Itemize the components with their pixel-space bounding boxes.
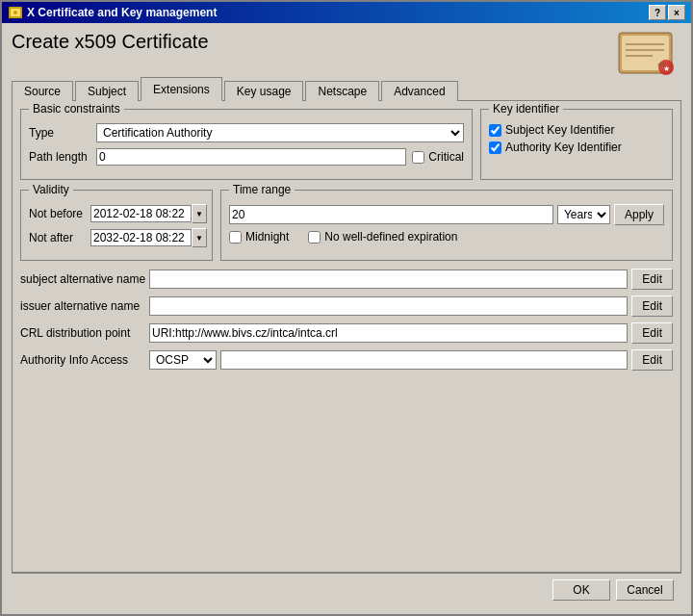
tab-netscape[interactable]: Netscape <box>305 81 379 101</box>
not-before-dropdown-btn[interactable]: ▼ <box>192 204 207 223</box>
cert-decoration: ★ <box>614 31 681 79</box>
svg-point-2 <box>13 11 17 14</box>
subject-alt-name-edit-btn[interactable]: Edit <box>631 269 673 290</box>
not-after-dropdown-btn[interactable]: ▼ <box>192 228 207 247</box>
subject-key-row: Subject Key Identifier <box>489 123 664 137</box>
key-identifier-group: Key identifier Subject Key Identifier Au… <box>480 109 673 180</box>
tab-key-usage[interactable]: Key usage <box>224 81 304 101</box>
time-unit-select[interactable]: YearsMonthsDays <box>557 205 610 224</box>
help-button[interactable]: ? <box>649 5 666 20</box>
not-after-label: Not after <box>29 231 87 244</box>
authority-info-type-select[interactable]: OCSPcaIssuers <box>149 350 217 370</box>
crl-distribution-label: CRL distribution point <box>20 326 145 340</box>
authority-info-label: Authority Info Access <box>20 353 145 367</box>
basic-constraints-title: Basic constraints <box>29 102 124 116</box>
tab-subject[interactable]: Subject <box>75 81 139 101</box>
app-icon <box>8 5 23 20</box>
issuer-alt-name-label: issuer alternative name <box>20 299 145 313</box>
type-select[interactable]: Certification AuthorityEnd Entity <box>96 123 464 142</box>
type-label: Type <box>29 126 96 140</box>
midnight-label: Midnight <box>245 230 289 244</box>
authority-info-edit-btn[interactable]: Edit <box>631 349 673 371</box>
path-length-label: Path length <box>29 150 96 164</box>
no-expiry-check-group: No well-defined expiration <box>308 230 457 244</box>
page-title: Create x509 Certificate <box>12 31 209 53</box>
midnight-check-group: Midnight <box>229 230 289 244</box>
issuer-alt-name-row: issuer alternative name Edit <box>20 295 673 317</box>
not-before-label: Not before <box>29 207 87 220</box>
crl-distribution-edit-btn[interactable]: Edit <box>631 322 673 344</box>
validity-group: Validity Not before ▼ Not after ▼ <box>20 190 213 261</box>
time-range-input-row: YearsMonthsDays Apply <box>229 204 664 225</box>
time-range-title: Time range <box>229 183 295 196</box>
authority-key-checkbox[interactable] <box>489 141 501 154</box>
critical-label: Critical <box>428 150 464 164</box>
validity-title: Validity <box>29 183 73 196</box>
window-title: X Certificate and Key management <box>27 6 217 19</box>
apply-button[interactable]: Apply <box>614 204 664 225</box>
time-options-row: Midnight No well-defined expiration <box>229 230 664 244</box>
subject-alt-name-row: subject alternative name Edit <box>20 269 673 290</box>
crl-distribution-row: CRL distribution point Edit <box>20 322 673 344</box>
not-before-row: Not before ▼ <box>29 204 204 223</box>
subject-key-label: Subject Key Identifier <box>505 123 614 137</box>
authority-key-row: Authority Key Identifier <box>489 141 664 154</box>
content-area: Create x509 Certificate ★ Source <box>2 23 691 614</box>
key-identifier-title: Key identifier <box>489 102 563 116</box>
subject-alt-name-label: subject alternative name <box>20 272 145 286</box>
subject-alt-name-input[interactable] <box>149 270 628 289</box>
path-length-input[interactable] <box>96 148 406 166</box>
authority-key-label: Authority Key Identifier <box>505 141 622 154</box>
tab-advanced[interactable]: Advanced <box>381 81 457 101</box>
not-after-input[interactable] <box>90 229 192 246</box>
not-before-input[interactable] <box>90 205 192 222</box>
crl-distribution-input[interactable] <box>149 323 628 343</box>
ok-button[interactable]: OK <box>552 579 610 601</box>
path-length-row: Path length Critical <box>29 148 464 166</box>
type-row: Type Certification AuthorityEnd Entity <box>29 123 464 142</box>
cancel-button[interactable]: Cancel <box>616 579 674 601</box>
authority-info-row: Authority Info Access OCSPcaIssuers Edit <box>20 349 673 371</box>
tab-source[interactable]: Source <box>12 81 73 101</box>
basic-constraints-group: Basic constraints Type Certification Aut… <box>20 109 473 180</box>
midnight-checkbox[interactable] <box>229 231 242 244</box>
time-range-group: Time range YearsMonthsDays Apply Midnigh… <box>220 190 673 261</box>
not-after-row: Not after ▼ <box>29 228 204 247</box>
subject-key-checkbox[interactable] <box>489 124 501 137</box>
main-window: X Certificate and Key management ? × Cre… <box>0 0 693 616</box>
time-range-value-input[interactable] <box>229 205 553 224</box>
no-expiry-label: No well-defined expiration <box>324 230 457 244</box>
issuer-alt-name-edit-btn[interactable]: Edit <box>631 295 673 317</box>
critical-checkbox[interactable] <box>412 151 424 164</box>
close-button[interactable]: × <box>668 5 685 20</box>
bottom-bar: OK Cancel <box>12 573 681 606</box>
tab-bar: Source Subject Extensions Key usage Nets… <box>12 79 681 101</box>
issuer-alt-name-input[interactable] <box>149 296 628 316</box>
extra-fields-section: subject alternative name Edit issuer alt… <box>20 269 673 371</box>
tab-extensions[interactable]: Extensions <box>141 77 222 101</box>
title-bar: X Certificate and Key management ? × <box>2 2 691 23</box>
authority-info-input[interactable] <box>220 350 628 370</box>
tab-content-extensions: Basic constraints Type Certification Aut… <box>12 100 681 573</box>
no-expiry-checkbox[interactable] <box>308 231 321 244</box>
